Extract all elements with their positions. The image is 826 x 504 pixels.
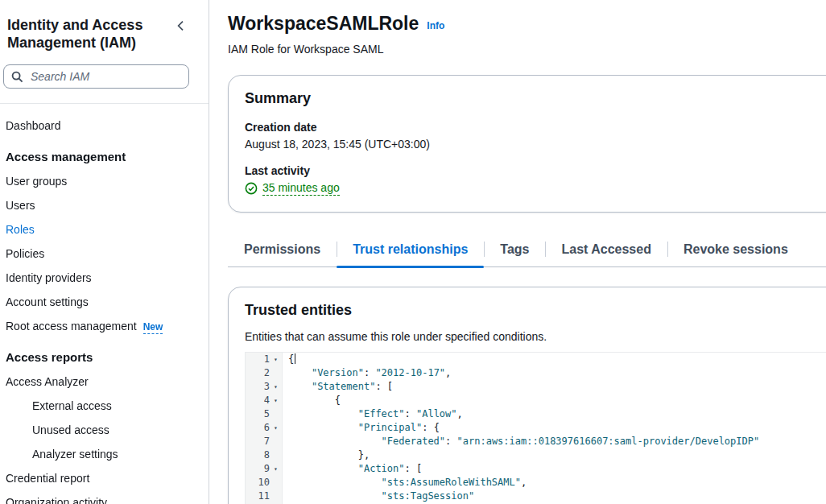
sidebar-section-access-management: Access management [6, 138, 202, 169]
sidebar-header: Identity and Access Management (IAM) [0, 0, 209, 52]
last-activity-field: Last activity 35 minutes ago [245, 164, 826, 196]
sidebar-collapse-button[interactable] [173, 18, 189, 34]
sidebar-item-credential-report[interactable]: Credential report [6, 466, 202, 490]
search-input[interactable] [29, 69, 181, 84]
sidebar-item-organization-activity[interactable]: Organization activity [6, 490, 202, 504]
tab-revoke-sessions[interactable]: Revoke sessions [667, 235, 804, 266]
sidebar-item-label: Policies [6, 247, 44, 260]
sidebar-item-unused-access[interactable]: Unused access [6, 418, 202, 442]
code-text: "Principal": { [283, 421, 826, 435]
sidebar-item-label: Unused access [32, 423, 109, 436]
code-line: 6▾ "Principal": { [246, 421, 826, 435]
creation-date-field: Creation date August 18, 2023, 15:45 (UT… [245, 121, 826, 151]
fold-toggle-icon[interactable]: ▾ [270, 462, 282, 476]
sidebar-item-label: Dashboard [6, 119, 61, 132]
sidebar-item-policies[interactable]: Policies [6, 242, 202, 266]
sidebar-item-label: External access [32, 399, 112, 412]
tab-label: Trust relationships [353, 242, 468, 256]
last-activity-label: Last activity [245, 164, 826, 177]
text-cursor [295, 353, 295, 364]
code-text: "Federated": "arn:aws:iam::018397616607:… [283, 435, 826, 448]
code-line: 3▾ "Statement": [ [246, 380, 826, 394]
sidebar-item-access-analyzer[interactable]: Access Analyzer [6, 370, 202, 394]
line-number: 10 [249, 476, 270, 490]
line-gutter: 9▾ [246, 462, 283, 476]
tab-label: Permissions [244, 242, 320, 256]
last-activity-value: 35 minutes ago [245, 181, 826, 196]
trust-policy-code-editor[interactable]: 1▾{2 "Version": "2012-10-17",3▾ "Stateme… [245, 352, 826, 504]
sidebar-item-label: Root access management [6, 320, 137, 333]
tab-trust-relationships[interactable]: Trust relationships [337, 235, 484, 266]
line-number: 1 [249, 353, 270, 366]
fold-toggle-icon[interactable]: ▾ [270, 380, 282, 394]
sidebar-item-identity-providers[interactable]: Identity providers [6, 266, 202, 290]
success-check-icon [245, 182, 258, 195]
code-text: "sts:TagSession" [283, 490, 826, 503]
line-number: 11 [249, 490, 270, 503]
search-box[interactable] [3, 64, 189, 89]
summary-card: Summary Creation date August 18, 2023, 1… [228, 75, 826, 213]
line-gutter: 1▾ [246, 353, 283, 366]
tab-label: Revoke sessions [684, 242, 788, 256]
tab-permissions[interactable]: Permissions [228, 235, 337, 266]
code-line: 10 "sts:AssumeRoleWithSAML", [246, 476, 826, 490]
sidebar-item-label: Account settings [6, 295, 89, 308]
code-line: 4▾ { [246, 394, 826, 407]
sidebar-item-root-access-management[interactable]: Root access managementNew [6, 314, 202, 338]
page-header: WorkspaceSAMLRole Info [228, 13, 826, 35]
sidebar-item-external-access[interactable]: External access [6, 394, 202, 418]
tab-label: Tags [500, 242, 529, 256]
code-text: "Statement": [ [283, 380, 826, 394]
line-gutter: 5 [246, 407, 283, 421]
sidebar-item-label: Users [6, 199, 35, 212]
code-text: }, [283, 448, 826, 462]
code-text: "Version": "2012-10-17", [283, 366, 826, 380]
line-gutter: 2 [246, 366, 283, 380]
code-line: 8 }, [246, 448, 826, 462]
info-link[interactable]: Info [427, 20, 444, 31]
code-text: { [283, 353, 826, 366]
code-line: 5 "Effect": "Allow", [246, 407, 826, 421]
sidebar-item-account-settings[interactable]: Account settings [6, 290, 202, 314]
line-number: 5 [249, 407, 270, 421]
tab-label: Last Accessed [561, 242, 650, 256]
code-text: "Action": [ [283, 462, 826, 476]
line-number: 7 [249, 435, 270, 448]
sidebar-item-label: Analyzer settings [32, 448, 118, 461]
sidebar: Identity and Access Management (IAM) Das… [0, 0, 209, 504]
code-line: 1▾{ [246, 353, 826, 366]
trusted-entities-heading: Trusted entities [245, 302, 826, 319]
fold-toggle-icon[interactable]: ▾ [270, 394, 282, 407]
page-subtitle: IAM Role for Workspace SAML [228, 43, 826, 56]
line-gutter: 7 [246, 435, 283, 448]
fold-toggle-icon[interactable]: ▾ [270, 353, 282, 366]
sidebar-title: Identity and Access Management (IAM) [7, 16, 156, 52]
line-gutter: 8 [246, 448, 283, 462]
sidebar-item-analyzer-settings[interactable]: Analyzer settings [6, 442, 202, 466]
line-gutter: 4▾ [246, 394, 283, 407]
line-gutter: 6▾ [246, 421, 283, 435]
sidebar-item-label: Credential report [6, 472, 89, 485]
fold-toggle-icon[interactable]: ▾ [270, 421, 282, 435]
code-text: "Effect": "Allow", [283, 407, 826, 421]
code-text: { [283, 394, 826, 407]
tabs: PermissionsTrust relationshipsTagsLast A… [228, 235, 826, 267]
sidebar-item-label: Access Analyzer [6, 375, 89, 388]
sidebar-item-dashboard[interactable]: Dashboard [6, 114, 202, 138]
line-number: 9 [249, 462, 270, 476]
sidebar-item-user-groups[interactable]: User groups [6, 169, 202, 193]
line-number: 2 [249, 366, 270, 380]
sidebar-item-users[interactable]: Users [6, 193, 202, 217]
line-number: 6 [249, 421, 270, 435]
code-text: "sts:AssumeRoleWithSAML", [283, 476, 826, 490]
sidebar-item-label: Roles [6, 223, 35, 236]
sidebar-item-roles[interactable]: Roles [6, 217, 202, 242]
code-line: 9▾ "Action": [ [246, 462, 826, 476]
line-number: 4 [249, 394, 270, 407]
tab-tags[interactable]: Tags [484, 235, 545, 266]
code-line: 2 "Version": "2012-10-17", [246, 366, 826, 380]
sidebar-section-access-reports: Access reports [6, 338, 202, 370]
page-title: WorkspaceSAMLRole [228, 13, 419, 35]
summary-heading: Summary [245, 90, 826, 107]
tab-last-accessed[interactable]: Last Accessed [545, 235, 667, 266]
